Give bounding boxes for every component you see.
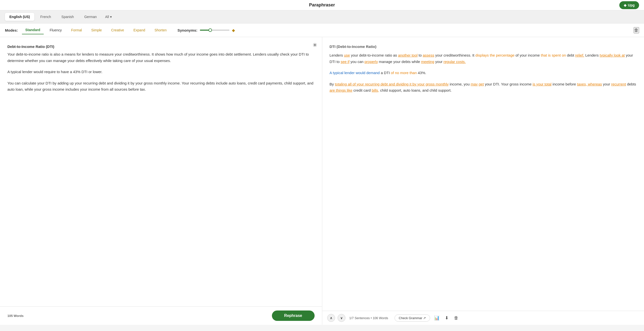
right-panel: DTI (Debt-to-Income Ratio) Lenders use y…	[322, 37, 644, 325]
highlight-totaling: totaling all of your recurring debt and …	[335, 82, 448, 86]
synonyms-area: Synonyms: ◆	[178, 28, 235, 33]
premium-diamond-icon: ◆	[232, 28, 235, 33]
mode-expand[interactable]: Expand	[130, 26, 148, 34]
diamond-icon: ◆	[624, 3, 626, 7]
highlight-use: use	[344, 53, 350, 57]
highlight-assess: assess	[423, 53, 434, 57]
modes-bar: Modes: Standard Fluency Formal Simple Cr…	[0, 24, 644, 37]
left-text-paragraph-3: You can calculate your DTI by adding up …	[8, 80, 314, 93]
highlight-is-your-total: is your total	[532, 82, 552, 86]
highlight-see-if: see if	[341, 60, 350, 64]
clear-button[interactable]: 🗑	[634, 27, 639, 33]
modes-label: Modes:	[5, 28, 18, 32]
right-text-paragraph-3: By totaling all of your recurring debt a…	[330, 81, 637, 94]
mode-standard[interactable]: Standard	[22, 26, 44, 34]
left-text-paragraph-1: Your debt-to-income ratio is also a mean…	[8, 51, 314, 64]
upgrade-button[interactable]: ◆ Upg	[619, 1, 639, 9]
check-grammar-button[interactable]: Check Grammar ↗	[394, 314, 430, 321]
left-text-paragraph-2: A typical lender would require to have a…	[8, 69, 314, 75]
rephrase-button[interactable]: Rephrase	[272, 310, 314, 321]
word-count: 105 Words	[8, 314, 24, 318]
highlight-relief: relief.	[575, 53, 584, 57]
chevron-down-icon: ▾	[110, 15, 112, 19]
highlight-regular-costs: regular costs.	[444, 60, 466, 64]
header: Paraphraser ◆ Upg	[0, 0, 644, 10]
highlight-properly: properly	[364, 60, 378, 64]
highlight-no-more-than: of no more than	[391, 71, 417, 75]
left-panel: ✳ Debt-to-Income Ratio (DTI) Your debt-t…	[0, 37, 322, 325]
mode-shorten[interactable]: Shorten	[151, 26, 170, 34]
highlight-spent-on: that is spent on	[541, 53, 566, 57]
main-content: ✳ Debt-to-Income Ratio (DTI) Your debt-t…	[0, 37, 644, 325]
next-sentence-button[interactable]: ∨	[338, 314, 346, 322]
lang-tab-french[interactable]: French	[36, 13, 56, 21]
left-text-title: Debt-to-Income Ratio (DTI)	[8, 45, 314, 49]
lang-tab-spanish[interactable]: Spanish	[57, 13, 78, 21]
delete-button[interactable]: 🗑	[452, 314, 460, 321]
mode-fluency[interactable]: Fluency	[46, 26, 65, 34]
slider-thumb	[208, 29, 212, 32]
synonyms-label: Synonyms:	[178, 28, 198, 32]
lang-tab-german[interactable]: German	[80, 13, 101, 21]
left-bottom-bar: 105 Words Rephrase	[0, 306, 322, 325]
right-bottom-bar: ∧ ∨ 1/7 Sentences • 106 Words Check Gram…	[322, 311, 644, 325]
synonyms-slider[interactable]	[200, 30, 230, 31]
lang-tab-english[interactable]: English (US)	[5, 13, 34, 21]
page-title: Paraphraser	[309, 3, 335, 8]
mode-formal[interactable]: Formal	[68, 26, 85, 34]
right-text-paragraph-1: Lenders use your debt-to-income ratio as…	[330, 52, 637, 65]
snowflake-button[interactable]: ✳	[312, 42, 317, 49]
download-button[interactable]: ⬇	[444, 314, 450, 321]
highlight-displays: displays the percentage	[476, 53, 514, 57]
stats-button[interactable]: 📊	[432, 314, 441, 321]
prev-sentence-button[interactable]: ∧	[327, 314, 335, 322]
language-tabs: English (US) French Spanish German All ▾	[0, 10, 644, 24]
mode-simple[interactable]: Simple	[88, 26, 105, 34]
lang-all-dropdown[interactable]: All ▾	[103, 13, 114, 21]
highlight-meeting: meeting	[421, 60, 434, 64]
highlight-typical-lender: A typical lender would demand	[330, 71, 380, 75]
highlight-recurrent: recurrent	[611, 82, 626, 86]
highlight-another-tool: another tool	[398, 53, 418, 57]
highlight-bills: bills,	[372, 88, 379, 92]
right-text-paragraph-2: A typical lender would demand a DTI of n…	[330, 70, 637, 76]
mode-creative[interactable]: Creative	[108, 26, 128, 34]
highlight-are-things-like: are things like	[330, 88, 352, 92]
right-text-title: DTI (Debt-to-Income Ratio)	[330, 45, 637, 49]
sentence-info: 1/7 Sentences • 106 Words	[350, 316, 388, 320]
highlight-may-get: may get	[470, 82, 484, 86]
highlight-taxes-whereas: taxes, whereas	[577, 82, 602, 86]
highlight-typically: typically look at	[600, 53, 625, 57]
